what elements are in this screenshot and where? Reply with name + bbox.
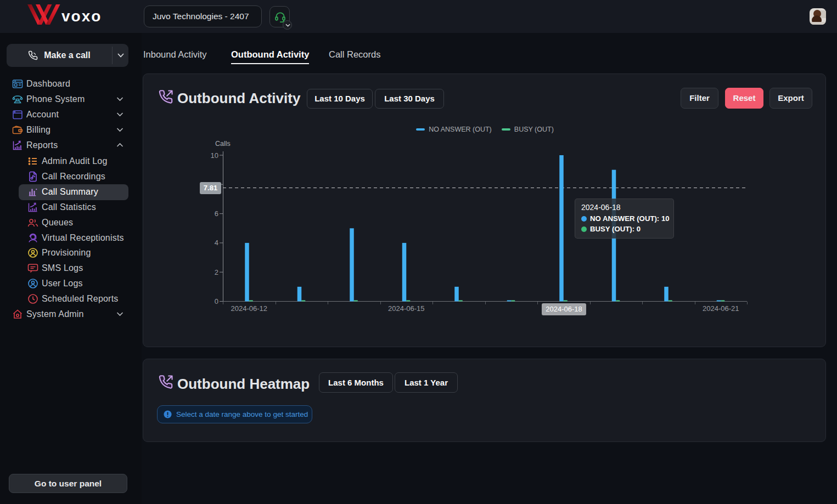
svg-text:6: 6 bbox=[215, 209, 218, 218]
svg-text:4: 4 bbox=[215, 239, 218, 247]
svg-text:2024-06-21: 2024-06-21 bbox=[703, 304, 739, 313]
svg-text:2: 2 bbox=[215, 268, 218, 276]
svg-text:2024-06-15: 2024-06-15 bbox=[388, 304, 425, 313]
svg-text:10: 10 bbox=[211, 151, 218, 160]
svg-text:2024-06-12: 2024-06-12 bbox=[231, 304, 268, 313]
svg-text:0: 0 bbox=[215, 297, 218, 305]
